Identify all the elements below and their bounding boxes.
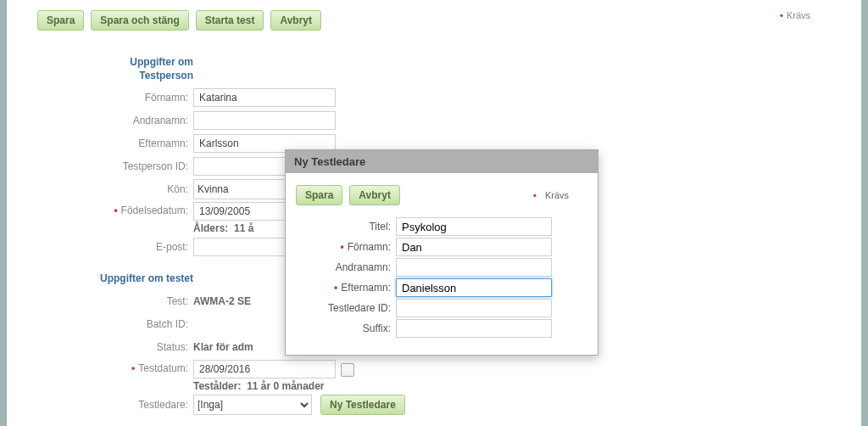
required-dot-icon: • (334, 282, 337, 294)
label-fodelsedatum: •Födelsedatum: (7, 202, 193, 216)
section-title-test: Uppgifter om testet (7, 272, 193, 286)
status-value: Klar för adm (193, 341, 253, 353)
save-button[interactable]: Spara (37, 10, 84, 31)
label-testperson-id: Testperson ID: (7, 160, 193, 172)
cancel-button[interactable]: Avbryt (270, 10, 321, 31)
required-label: Krävs (787, 10, 810, 20)
dialog-fornamn-input[interactable] (396, 238, 552, 256)
required-dot-icon: • (780, 10, 783, 20)
required-dot-icon: • (114, 205, 117, 216)
label-efternamn: Efternamn: (7, 137, 193, 149)
dlabel-andranamn: Andranamn: (296, 261, 396, 273)
dialog-titel-input[interactable] (396, 217, 552, 236)
required-dot-icon: • (533, 190, 537, 200)
andranamn-input[interactable] (193, 111, 336, 130)
dlabel-efternamn: •Efternamn: (296, 282, 396, 294)
label-batch-id: Batch ID: (7, 318, 193, 330)
dialog-cancel-button[interactable]: Avbryt (349, 185, 400, 205)
fornamn-input[interactable] (193, 88, 336, 107)
dialog-testledare-id-input[interactable] (396, 299, 552, 317)
dialog-andranamn-input[interactable] (396, 258, 552, 277)
dialog-suffix-input[interactable] (396, 319, 552, 338)
label-testdatum: •Testdatum: (7, 360, 193, 374)
start-test-button[interactable]: Starta test (196, 10, 264, 31)
testalder-subtext: Testålder: 11 år 0 månader (193, 380, 354, 392)
test-value: AWMA-2 SE (193, 295, 251, 307)
testledare-select[interactable]: [Inga] (193, 395, 312, 415)
app-canvas: •Krävs Spara Spara och stäng Starta test… (0, 0, 868, 426)
label-andranamn: Andranamn: (7, 115, 193, 126)
new-testledare-dialog: Ny Testledare Spara Avbryt • Krävs Titel… (285, 149, 598, 356)
dlabel-fornamn: •Förnamn: (296, 241, 396, 253)
label-fornamn: Förnamn: (7, 92, 193, 104)
section-title-testperson: Uppgifter om Testperson (7, 56, 193, 82)
label-epost: E-post: (7, 241, 193, 253)
label-status: Status: (7, 341, 193, 353)
label-testledare: Testledare: (7, 399, 193, 411)
new-testledare-button[interactable]: Ny Testledare (320, 395, 405, 415)
dialog-title: Ny Testledare (286, 150, 598, 173)
dialog-efternamn-input[interactable] (396, 278, 552, 297)
required-dot-icon: • (340, 241, 343, 253)
label-test: Test: (7, 295, 193, 307)
required-hint-dialog: • Krävs (533, 190, 587, 200)
main-toolbar: Spara Spara och stäng Starta test Avbryt (7, 0, 861, 39)
dlabel-suffix: Suffix: (296, 322, 396, 334)
save-and-close-button[interactable]: Spara och stäng (91, 10, 188, 31)
dialog-save-button[interactable]: Spara (296, 185, 342, 205)
dlabel-titel: Titel: (296, 221, 396, 233)
label-kon: Kön: (7, 183, 193, 195)
dlabel-testledare-id: Testledare ID: (296, 302, 396, 314)
required-dot-icon: • (131, 362, 135, 374)
calendar-icon[interactable] (341, 363, 354, 377)
required-hint-top: •Krävs (780, 10, 810, 20)
testdatum-input[interactable] (193, 360, 336, 378)
